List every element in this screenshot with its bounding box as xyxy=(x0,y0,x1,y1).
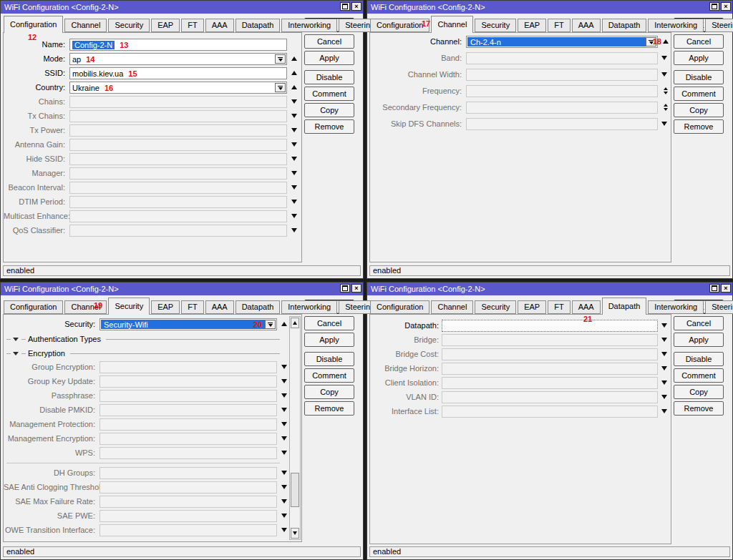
remove-button[interactable]: Remove xyxy=(674,401,724,416)
combo-dropdown-icon[interactable] xyxy=(265,320,276,329)
cancel-button[interactable]: Cancel xyxy=(674,34,724,49)
tab-ft[interactable]: FT xyxy=(548,300,570,314)
spinner-icon[interactable] xyxy=(664,87,668,94)
secondary-frequency-input[interactable] xyxy=(466,102,658,114)
country-input[interactable]: Ukraine 16 xyxy=(69,82,287,94)
tx-power-input[interactable] xyxy=(69,124,287,137)
collapse-arrow-icon[interactable] xyxy=(281,322,287,326)
scroll-up-icon[interactable] xyxy=(291,318,299,328)
tab-aaa[interactable]: AAA xyxy=(572,300,601,314)
expand-arrow-icon[interactable] xyxy=(281,528,287,532)
collapse-arrow-icon[interactable] xyxy=(291,57,297,61)
client-isolation-input[interactable] xyxy=(442,377,658,389)
skip-dfs-channels-input[interactable] xyxy=(466,118,658,130)
tab-channel[interactable]: Channel xyxy=(431,300,473,314)
manager-input[interactable] xyxy=(69,167,287,180)
expand-arrow-icon[interactable] xyxy=(291,99,297,104)
expand-arrow-icon[interactable] xyxy=(661,352,667,356)
tab-ft[interactable]: FT xyxy=(548,19,570,32)
scroll-down-icon[interactable] xyxy=(291,528,299,539)
collapse-arrow-icon[interactable] xyxy=(291,85,297,89)
expand-arrow-icon[interactable] xyxy=(291,142,297,147)
close-icon[interactable]: × xyxy=(721,2,731,11)
cancel-button[interactable]: Cancel xyxy=(674,316,724,330)
close-icon[interactable]: × xyxy=(351,2,361,11)
expand-arrow-icon[interactable] xyxy=(281,499,287,503)
mode-input[interactable]: ap 14 xyxy=(69,53,287,65)
tab-eap[interactable]: EAP xyxy=(518,300,546,314)
expand-arrow-icon[interactable] xyxy=(661,395,667,399)
copy-button[interactable]: Copy xyxy=(674,385,724,399)
maximize-icon[interactable] xyxy=(340,284,350,293)
expand-arrow-icon[interactable] xyxy=(291,185,297,190)
tab-datapath[interactable]: Datapath xyxy=(602,19,647,32)
tab-eap[interactable]: EAP xyxy=(151,300,180,314)
chains-input[interactable] xyxy=(69,96,287,108)
sae-anti-clogging-threshold-input[interactable] xyxy=(99,481,277,493)
multicast-enhance-input[interactable] xyxy=(69,210,287,222)
maximize-icon[interactable] xyxy=(709,2,719,11)
combo-dropdown-icon[interactable] xyxy=(275,54,286,64)
cancel-button[interactable]: Cancel xyxy=(304,316,354,330)
copy-button[interactable]: Copy xyxy=(674,103,724,117)
expand-arrow-icon[interactable] xyxy=(281,485,287,489)
owe-transition-interface-input[interactable] xyxy=(99,524,277,536)
disable-button[interactable]: Disable xyxy=(674,70,724,84)
expand-arrow-icon[interactable] xyxy=(291,171,297,175)
cancel-button[interactable]: Cancel xyxy=(304,34,354,49)
comment-button[interactable]: Comment xyxy=(304,87,354,101)
tab-interworking[interactable]: Interworking xyxy=(281,300,337,314)
expand-arrow-icon[interactable] xyxy=(281,436,287,441)
apply-button[interactable]: Apply xyxy=(304,51,354,65)
titlebar[interactable]: WiFi Configuration <Config-2-N> × xyxy=(367,283,732,295)
sae-max-failure-rate-input[interactable] xyxy=(99,496,277,508)
tab-security[interactable]: Security xyxy=(108,298,150,315)
copy-button[interactable]: Copy xyxy=(304,385,354,399)
expand-arrow-icon[interactable] xyxy=(281,365,287,369)
close-icon[interactable]: × xyxy=(351,284,361,293)
disable-button[interactable]: Disable xyxy=(304,352,354,366)
comment-button[interactable]: Comment xyxy=(674,368,724,383)
channel-width-input[interactable] xyxy=(466,69,658,81)
frequency-input[interactable] xyxy=(466,85,658,97)
expand-arrow-icon[interactable] xyxy=(281,393,287,398)
ssid-input[interactable]: mobilis.kiev.ua 15 xyxy=(69,67,287,79)
expand-arrow-icon[interactable] xyxy=(661,56,667,60)
name-input[interactable]: Config-2-N 13 xyxy=(69,39,287,51)
beacon-interval-input[interactable] xyxy=(69,182,287,194)
titlebar[interactable]: WiFi Configuration <Config-2-N> × xyxy=(367,1,732,14)
tab-ft[interactable]: FT xyxy=(181,19,203,32)
channel-input[interactable]: Ch-2.4-n xyxy=(466,36,658,48)
tab-configuration[interactable]: Configuration xyxy=(4,300,63,314)
comment-button[interactable]: Comment xyxy=(304,368,354,383)
apply-button[interactable]: Apply xyxy=(674,333,724,347)
apply-button[interactable]: Apply xyxy=(304,333,354,347)
expand-arrow-icon[interactable] xyxy=(661,323,667,328)
band-input[interactable] xyxy=(466,52,658,64)
bridge-input[interactable] xyxy=(442,334,658,346)
tab-channel[interactable]: Channel xyxy=(431,16,473,33)
bridge-cost-input[interactable] xyxy=(442,348,658,360)
expand-arrow-icon[interactable] xyxy=(661,122,667,126)
section-collapse-icon[interactable] xyxy=(13,352,19,355)
management-protection-input[interactable] xyxy=(99,418,277,431)
collapse-arrow-icon[interactable] xyxy=(291,71,297,75)
tab-interworking[interactable]: Interworking xyxy=(648,300,704,314)
group-encryption-input[interactable] xyxy=(99,361,277,373)
expand-arrow-icon[interactable] xyxy=(281,451,287,455)
expand-arrow-icon[interactable] xyxy=(291,200,297,204)
dh-groups-input[interactable] xyxy=(99,467,277,479)
tab-security[interactable]: Security xyxy=(475,19,516,32)
disable-pmkid-input[interactable] xyxy=(99,404,277,416)
combo-dropdown-icon[interactable] xyxy=(275,83,286,92)
security-input[interactable]: Security-Wifi 20 xyxy=(99,318,277,330)
remove-button[interactable]: Remove xyxy=(304,401,354,416)
tab-datapath[interactable]: Datapath xyxy=(236,19,281,32)
expand-arrow-icon[interactable] xyxy=(661,366,667,370)
sae-pwe-input[interactable] xyxy=(99,510,277,522)
copy-button[interactable]: Copy xyxy=(304,103,354,117)
section-collapse-icon[interactable] xyxy=(13,338,19,341)
tab-datapath[interactable]: Datapath xyxy=(236,300,281,314)
close-icon[interactable]: × xyxy=(721,284,731,293)
maximize-icon[interactable] xyxy=(340,2,350,11)
